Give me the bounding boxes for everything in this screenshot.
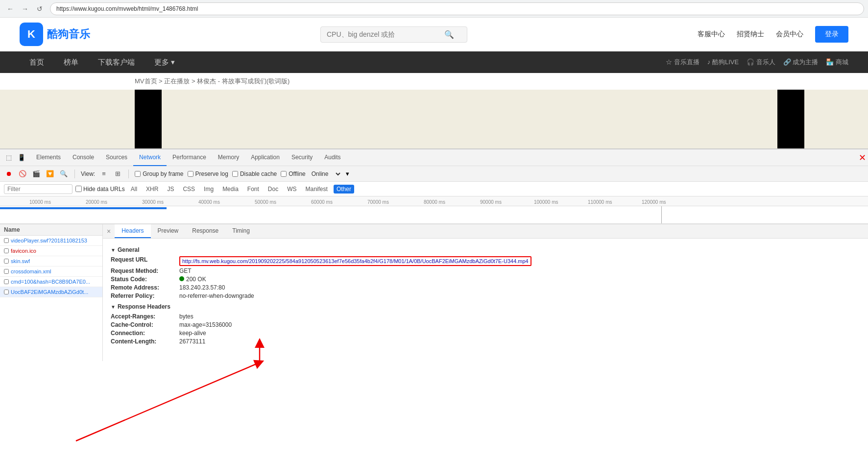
response-headers-section-header: Response Headers	[111, 303, 860, 310]
request-item-5-checkbox[interactable]	[4, 290, 9, 294]
detail-panel: × Headers Preview Response Timing Genera…	[103, 224, 868, 361]
tick-120000: 120000 ms	[642, 199, 666, 205]
record-button[interactable]: ⏺	[4, 169, 14, 179]
group-view-icon[interactable]: ⊞	[113, 169, 122, 179]
request-item-2-checkbox[interactable]	[4, 259, 9, 264]
nav-live[interactable]: ☆ 音乐直播	[666, 58, 699, 67]
tab-performance[interactable]: Performance	[167, 149, 212, 166]
clear-button[interactable]: 🎬	[31, 169, 41, 179]
detail-close-button[interactable]: ×	[103, 224, 115, 238]
request-item-5-name: UocBAF2EiMGAMzdbAZiGd0t...	[11, 289, 88, 295]
filter-css[interactable]: CSS	[180, 185, 198, 194]
nav-kugou-live[interactable]: ♪ 酷狗LIVE	[707, 58, 739, 67]
detail-tab-timing[interactable]: Timing	[225, 224, 257, 238]
filter-ws[interactable]: WS	[284, 185, 299, 194]
search-icon: 🔍	[444, 30, 454, 39]
request-url-value: http://fs.mv.web.kugou.com/201909202225/…	[179, 256, 531, 266]
search-network-button[interactable]: 🔍	[59, 169, 69, 179]
disable-cache-checkbox[interactable]: Disable cache	[232, 170, 277, 177]
nav-more[interactable]: 更多 ▾	[145, 51, 185, 73]
request-item-0-checkbox[interactable]	[4, 238, 9, 243]
preserve-log-checkbox[interactable]: Preserve log	[188, 170, 228, 177]
address-bar[interactable]: https://www.kugou.com/mvweb/html/mv_1486…	[50, 2, 864, 15]
tab-audits[interactable]: Audits	[318, 149, 346, 166]
request-item-0[interactable]: videoPlayer.swf?201811082153	[0, 236, 102, 246]
recruit[interactable]: 招贤纳士	[737, 30, 764, 39]
hide-data-urls-checkbox[interactable]: Hide data URLs	[75, 186, 125, 193]
tab-console[interactable]: Console	[67, 149, 100, 166]
request-item-2[interactable]: skin.swf	[0, 256, 102, 267]
devtools-close-icon[interactable]: ✕	[859, 152, 866, 163]
throttle-select[interactable]: Online Fast 3G Slow 3G Offline	[310, 170, 342, 178]
breadcrumb: MV首页 > 正在播放 > 林俊杰 - 将故事写成我们(歌词版)	[0, 73, 868, 90]
tick-30000: 30000 ms	[142, 199, 164, 205]
tab-sources[interactable]: Sources	[100, 149, 133, 166]
vip-center[interactable]: 会员中心	[776, 30, 803, 39]
forward-button[interactable]: →	[19, 2, 31, 15]
search-bar[interactable]: 🔍	[320, 26, 467, 43]
stop-button[interactable]: 🚫	[18, 169, 27, 179]
accept-ranges-value: bytes	[179, 313, 193, 320]
request-item-3-checkbox[interactable]	[4, 269, 9, 274]
detail-content: General Request URL http://fs.mv.web.kug…	[103, 239, 868, 350]
nav-home[interactable]: 首页	[20, 51, 54, 73]
back-button[interactable]: ←	[4, 2, 17, 15]
filter-js[interactable]: JS	[164, 185, 177, 194]
tab-memory[interactable]: Memory	[212, 149, 245, 166]
preserve-log-input[interactable]	[188, 171, 193, 177]
request-item-4-checkbox[interactable]	[4, 279, 9, 284]
filter-other[interactable]: Other	[334, 185, 354, 194]
request-method-key: Request Method:	[111, 267, 179, 274]
tab-network[interactable]: Network	[133, 149, 167, 166]
video-content	[199, 90, 669, 148]
filter-input[interactable]	[4, 184, 72, 194]
filter-manifest[interactable]: Manifest	[303, 185, 331, 194]
detail-tab-response[interactable]: Response	[185, 224, 225, 238]
hide-data-urls-input[interactable]	[75, 186, 82, 192]
disable-cache-input[interactable]	[232, 171, 238, 177]
list-view-icon[interactable]: ≡	[99, 169, 109, 179]
detail-tab-preview[interactable]: Preview	[151, 224, 186, 238]
request-item-1-checkbox[interactable]	[4, 248, 9, 253]
cache-control-key: Cache-Control:	[111, 321, 179, 328]
inspect-icon[interactable]: ⬚	[4, 153, 14, 163]
nav-anchor[interactable]: 🔗 成为主播	[783, 58, 819, 67]
nav-right: 客服中心 招贤纳士 会员中心 登录	[698, 26, 848, 43]
filter-doc[interactable]: Doc	[265, 185, 281, 194]
page-header: K 酷狗音乐 🔍 客服中心 招贤纳士 会员中心 登录	[0, 18, 868, 51]
tab-security[interactable]: Security	[286, 149, 318, 166]
customer-service[interactable]: 客服中心	[698, 30, 725, 39]
filter-media[interactable]: Media	[219, 185, 241, 194]
accept-ranges-key: Accept-Ranges:	[111, 313, 179, 320]
offline-input[interactable]	[281, 171, 287, 177]
reload-button[interactable]: ↺	[33, 2, 46, 15]
filter-font[interactable]: Font	[244, 185, 262, 194]
request-item-1-name: favicon.ico	[11, 248, 36, 254]
request-item-1[interactable]: favicon.ico	[0, 246, 102, 256]
connection-row: Connection: keep-alive	[111, 330, 860, 337]
request-item-5[interactable]: UocBAF2EiMGAMzdbAZiGd0t...	[0, 287, 102, 297]
filter-xhr[interactable]: XHR	[143, 185, 161, 194]
group-by-frame-input[interactable]	[135, 171, 141, 177]
offline-checkbox[interactable]: Offline	[281, 170, 305, 177]
timeline-blue-bar	[0, 207, 167, 209]
group-by-frame-checkbox[interactable]: Group by frame	[135, 170, 183, 177]
nav-shop[interactable]: 🏪 商城	[826, 58, 848, 67]
detail-tab-headers[interactable]: Headers	[115, 224, 150, 238]
request-list-header: Name	[0, 224, 102, 236]
request-item-3[interactable]: crossdomain.xml	[0, 267, 102, 277]
tab-application[interactable]: Application	[245, 149, 286, 166]
search-input[interactable]	[327, 30, 444, 38]
nav-chart[interactable]: 榜单	[54, 51, 88, 73]
filter-button[interactable]: 🔽	[45, 169, 55, 179]
filter-img[interactable]: Img	[201, 185, 217, 194]
request-item-4[interactable]: cmd=100&hash=BC8B9DA7E0...	[0, 277, 102, 287]
nav-download[interactable]: 下载客户端	[88, 51, 145, 73]
nav-musician[interactable]: 🎧 音乐人	[747, 58, 775, 67]
breadcrumb-text: MV首页 > 正在播放 > 林俊杰 - 将故事写成我们(歌词版)	[135, 77, 289, 85]
tab-elements[interactable]: Elements	[30, 149, 67, 166]
filter-all[interactable]: All	[128, 185, 140, 194]
device-icon[interactable]: 📱	[17, 153, 26, 163]
login-button[interactable]: 登录	[815, 26, 848, 43]
devtools-icons: ⬚ 📱	[4, 153, 26, 163]
